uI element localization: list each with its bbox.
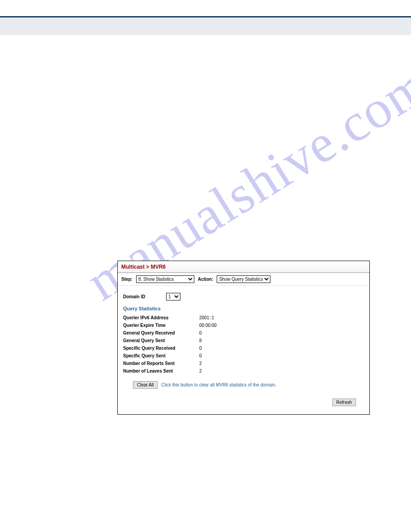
- step-action-row: Step: 8. Show Statistics Action: Show Qu…: [118, 273, 369, 286]
- stat-value: 00:00:00: [199, 323, 217, 328]
- stat-row: Number of Reports Sent 2: [123, 360, 364, 367]
- panel-body: Domain ID 1 Query Statistics Querier IPv…: [118, 286, 369, 414]
- stat-value: 0: [199, 346, 202, 351]
- stat-value: 2: [199, 369, 202, 373]
- breadcrumb-part2: MVR6: [151, 264, 166, 270]
- mvr6-panel: Multicast > MVR6 Step: 8. Show Statistic…: [117, 261, 370, 415]
- step-label: Step:: [121, 277, 133, 282]
- clear-all-row: Clear All Click this button to clear all…: [123, 375, 364, 392]
- stat-key: Querier Expire Time: [123, 323, 199, 328]
- stat-key: Number of Leaves Sent: [123, 369, 199, 373]
- stat-key: Specific Query Sent: [123, 353, 199, 358]
- refresh-button[interactable]: Refresh: [332, 399, 356, 406]
- stat-value: 8: [199, 338, 202, 343]
- breadcrumb-part1: Multicast: [121, 264, 145, 270]
- stat-value: 2: [199, 361, 202, 366]
- stat-value: 2001::1: [199, 315, 214, 320]
- stat-row: Specific Query Received 0: [123, 344, 364, 352]
- action-label: Action:: [198, 277, 213, 282]
- page-header-bar: [0, 16, 411, 35]
- stat-row: General Query Sent 8: [123, 337, 364, 344]
- clear-all-button[interactable]: Clear All: [133, 381, 158, 389]
- domain-id-select[interactable]: 1: [166, 293, 180, 300]
- stat-value: 0: [199, 353, 202, 358]
- clear-all-hint: Click this button to clear all MVR6 stat…: [161, 382, 276, 387]
- stat-row: General Query Received 0: [123, 329, 364, 337]
- stat-row: Number of Leaves Sent 2: [123, 367, 364, 375]
- stat-row: Querier Expire Time 00:00:00: [123, 322, 364, 329]
- step-select[interactable]: 8. Show Statistics: [136, 275, 194, 283]
- action-select[interactable]: Show Query Statistics: [217, 275, 270, 283]
- domain-id-row: Domain ID 1: [123, 290, 364, 305]
- refresh-row: Refresh: [123, 392, 364, 412]
- stat-value: 0: [199, 330, 202, 335]
- breadcrumb-sep: >: [145, 264, 151, 270]
- stat-key: Specific Query Received: [123, 346, 199, 351]
- stat-row: Querier IPv6 Address 2001::1: [123, 314, 364, 322]
- query-statistics-title: Query Statistics: [123, 305, 364, 314]
- stat-key: General Query Sent: [123, 338, 199, 343]
- stat-key: General Query Received: [123, 330, 199, 335]
- breadcrumb: Multicast > MVR6: [118, 261, 369, 273]
- stat-key: Number of Reports Sent: [123, 361, 199, 366]
- stat-row: Specific Query Sent 0: [123, 352, 364, 360]
- stat-key: Querier IPv6 Address: [123, 315, 199, 320]
- domain-id-label: Domain ID: [123, 294, 162, 299]
